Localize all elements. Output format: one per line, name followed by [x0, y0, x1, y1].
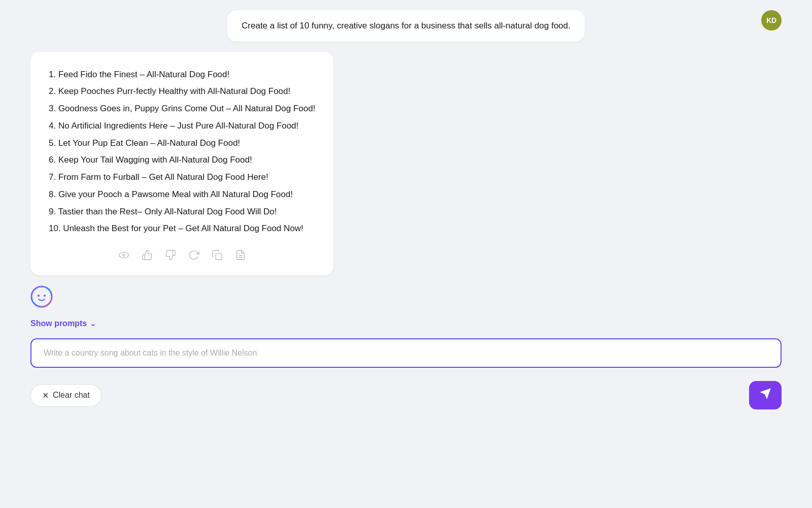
svg-rect-2	[216, 253, 222, 260]
list-item: 9. Tastier than the Rest– Only All-Natur…	[49, 203, 315, 220]
thumbs-down-icon[interactable]	[163, 247, 178, 265]
list-item: 10. Unleash the Best for your Pet – Get …	[49, 220, 315, 237]
list-item: 1. Feed Fido the Finest – All-Natural Do…	[49, 66, 315, 83]
svg-point-0	[119, 252, 128, 258]
copy-icon[interactable]	[210, 247, 225, 265]
list-item: 8. Give your Pooch a Pawsome Meal with A…	[49, 186, 315, 203]
avatar-initials: KD	[766, 16, 776, 24]
avatar: KD	[761, 10, 782, 30]
show-prompts-label: Show prompts	[30, 319, 87, 328]
show-prompts-area: Show prompts ⌄	[0, 315, 812, 332]
chat-container: Create a list of 10 funny, creative slog…	[0, 0, 812, 508]
thumbs-up-icon[interactable]	[140, 247, 155, 265]
x-icon: ✕	[42, 391, 49, 400]
list-item: 3. Goodness Goes in, Puppy Grins Come Ou…	[49, 100, 315, 117]
response-actions	[49, 247, 315, 265]
refresh-icon[interactable]	[186, 247, 201, 265]
slogans-list: 1. Feed Fido the Finest – All-Natural Do…	[49, 66, 315, 238]
clear-chat-label: Clear chat	[53, 391, 90, 400]
svg-point-6	[31, 287, 52, 307]
svg-point-8	[44, 295, 46, 297]
chat-input[interactable]	[30, 338, 782, 368]
user-message-bubble: Create a list of 10 funny, creative slog…	[227, 10, 585, 42]
bottom-bar: ✕ Clear chat	[0, 374, 812, 417]
clear-chat-button[interactable]: ✕ Clear chat	[30, 384, 101, 407]
ai-response-area: 1. Feed Fido the Finest – All-Natural Do…	[0, 47, 812, 281]
ai-icon-area	[0, 280, 812, 315]
chevron-down-icon: ⌄	[90, 320, 96, 328]
ai-response-bubble: 1. Feed Fido the Finest – All-Natural Do…	[30, 52, 333, 276]
input-area	[0, 332, 812, 374]
view-icon[interactable]	[116, 247, 131, 265]
send-button[interactable]	[749, 381, 782, 409]
svg-point-7	[38, 295, 40, 297]
ai-logo-icon	[30, 285, 53, 308]
list-item: 4. No Artificial Ingredients Here – Just…	[49, 117, 315, 135]
list-item: 5. Let Your Pup Eat Clean – All-Natural …	[49, 135, 315, 152]
list-item: 2. Keep Pooches Purr-fectly Healthy with…	[49, 83, 315, 100]
list-item: 6. Keep Your Tail Wagging with All-Natur…	[49, 151, 315, 169]
svg-point-1	[122, 254, 125, 257]
show-prompts-button[interactable]: Show prompts ⌄	[30, 319, 96, 328]
user-message-text: Create a list of 10 funny, creative slog…	[242, 21, 570, 30]
user-message-area: Create a list of 10 funny, creative slog…	[0, 0, 812, 47]
send-icon	[759, 387, 772, 403]
list-item: 7. From Farm to Furball – Get All Natura…	[49, 169, 315, 186]
document-icon[interactable]	[233, 247, 248, 265]
